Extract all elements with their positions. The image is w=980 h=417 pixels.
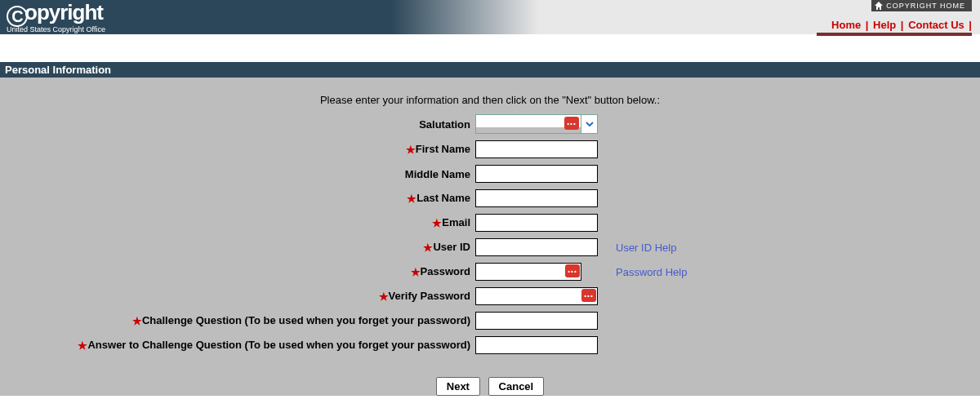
required-icon: ★ bbox=[423, 242, 433, 254]
required-icon: ★ bbox=[132, 315, 142, 327]
required-icon: ★ bbox=[432, 217, 442, 229]
lastpass-icon[interactable]: ••• bbox=[565, 264, 580, 277]
middle-name-input[interactable] bbox=[475, 165, 598, 183]
password-help-link[interactable]: Password Help bbox=[616, 266, 687, 278]
required-icon: ★ bbox=[379, 291, 389, 303]
required-icon: ★ bbox=[407, 193, 416, 205]
salutation-dropdown-button[interactable] bbox=[581, 115, 597, 133]
header-links: Home | Help | Contact Us | bbox=[830, 19, 972, 31]
label-challenge-answer: Answer to Challenge Question (To be used… bbox=[87, 339, 470, 351]
label-salutation: Salutation bbox=[419, 118, 470, 131]
link-help[interactable]: Help bbox=[873, 19, 896, 31]
copyright-home-label: COPYRIGHT HOME bbox=[886, 2, 965, 10]
form-area: Please enter your information and then c… bbox=[0, 78, 980, 396]
next-button[interactable]: Next bbox=[436, 377, 480, 396]
required-icon: ★ bbox=[78, 339, 87, 352]
required-icon: ★ bbox=[411, 266, 421, 278]
lastpass-icon[interactable]: ••• bbox=[581, 289, 596, 302]
label-first-name: First Name bbox=[416, 143, 470, 155]
label-verify-password: Verify Password bbox=[389, 290, 470, 302]
last-name-input[interactable] bbox=[475, 189, 598, 207]
challenge-question-input[interactable] bbox=[475, 312, 598, 330]
link-contact[interactable]: Contact Us bbox=[908, 19, 964, 31]
logo: Copyright United States Copyright Office bbox=[7, 2, 105, 33]
salutation-combo[interactable]: ••• bbox=[475, 114, 598, 134]
label-middle-name: Middle Name bbox=[405, 168, 470, 180]
header-accent-bar bbox=[817, 33, 972, 36]
challenge-answer-input[interactable] bbox=[475, 336, 598, 354]
white-band bbox=[0, 34, 980, 62]
label-email: Email bbox=[442, 216, 470, 228]
button-row: Next Cancel bbox=[0, 377, 980, 396]
copyright-home-button[interactable]: COPYRIGHT HOME bbox=[871, 0, 972, 11]
chevron-down-icon bbox=[586, 121, 594, 127]
email-input[interactable] bbox=[475, 214, 598, 232]
label-challenge-question: Challenge Question (To be used when you … bbox=[142, 314, 470, 326]
user-id-help-link[interactable]: User ID Help bbox=[616, 242, 676, 254]
verify-password-input[interactable] bbox=[475, 287, 598, 305]
label-password: Password bbox=[421, 265, 470, 277]
label-last-name: Last Name bbox=[416, 192, 470, 204]
required-icon: ★ bbox=[406, 144, 416, 156]
link-home[interactable]: Home bbox=[831, 19, 861, 31]
logo-subtitle: United States Copyright Office bbox=[7, 25, 105, 33]
section-title: Personal Information bbox=[0, 62, 980, 78]
user-id-input[interactable] bbox=[475, 238, 598, 256]
lastpass-icon[interactable]: ••• bbox=[564, 117, 579, 130]
label-user-id: User ID bbox=[433, 241, 470, 253]
logo-text: opyright bbox=[24, 0, 103, 24]
home-icon bbox=[875, 2, 883, 10]
first-name-input[interactable] bbox=[475, 140, 598, 158]
instruction-text: Please enter your information and then c… bbox=[0, 94, 980, 106]
cancel-button[interactable]: Cancel bbox=[488, 377, 545, 396]
header: Copyright United States Copyright Office… bbox=[0, 0, 980, 34]
